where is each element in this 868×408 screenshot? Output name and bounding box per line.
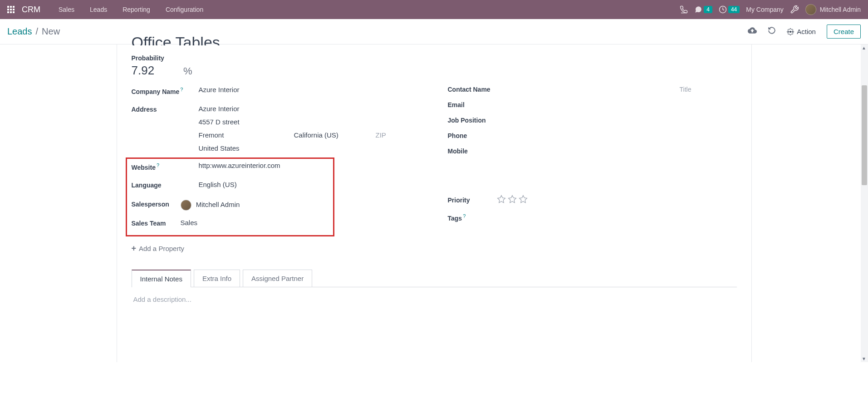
address-city[interactable]: Fremont — [199, 131, 271, 139]
website-label: Website? — [132, 162, 199, 171]
company-name-field[interactable]: Azure Interior — [199, 86, 421, 93]
star-1-icon[interactable] — [497, 195, 506, 205]
actions-right: Action Create — [748, 25, 861, 39]
nav-left: CRM Sales Leads Reporting Configuration — [7, 5, 210, 15]
priority-label: Priority — [448, 197, 497, 204]
company-selector[interactable]: My Company — [746, 6, 783, 13]
form-right-column: Contact Name Title Email Job Position Ph… — [448, 86, 737, 253]
language-label: Language — [132, 181, 199, 189]
address-zip[interactable]: ZIP — [376, 131, 386, 139]
language-field[interactable]: English (US) — [199, 181, 329, 188]
debug-icon[interactable] — [790, 5, 799, 14]
user-name: Mitchell Admin — [820, 6, 861, 13]
scroll-down-icon[interactable]: ▼ — [862, 356, 866, 361]
form-sheet: Office Tables Probability 7.92 % Company… — [117, 44, 752, 362]
activities-badge: 44 — [728, 6, 740, 13]
address-line1[interactable]: Azure Interior — [199, 105, 421, 113]
tab-extra-info[interactable]: Extra Info — [194, 270, 240, 287]
nav-sales[interactable]: Sales — [52, 6, 81, 13]
highlighted-region: Website? http:www.azureinterior.com Lang… — [126, 157, 334, 236]
company-name-label: Company Name? — [132, 86, 199, 95]
discard-icon[interactable] — [768, 26, 776, 37]
phone-icon[interactable] — [680, 5, 688, 14]
svg-marker-5 — [519, 196, 527, 203]
messages-icon[interactable]: 4 — [694, 5, 712, 14]
address-country[interactable]: United States — [199, 144, 421, 152]
breadcrumb-separator: / — [36, 26, 39, 37]
address-label: Address — [132, 105, 199, 113]
address-line2[interactable]: 4557 D street — [199, 118, 421, 126]
action-dropdown[interactable]: Action — [787, 28, 816, 35]
salesperson-avatar-icon — [181, 200, 191, 211]
breadcrumb: Leads / New — [7, 26, 60, 37]
svg-marker-4 — [508, 196, 516, 203]
user-menu[interactable]: Mitchell Admin — [805, 4, 861, 15]
nav-leads[interactable]: Leads — [83, 6, 113, 13]
phone-label: Phone — [448, 132, 497, 139]
job-position-label: Job Position — [448, 117, 497, 124]
probability-value[interactable]: 7.92 — [132, 64, 182, 78]
address-state[interactable]: California (US) — [294, 131, 353, 139]
apps-icon[interactable] — [7, 6, 15, 13]
app-brand[interactable]: CRM — [22, 5, 40, 15]
tab-content: Add a description... — [132, 287, 737, 311]
address-fields[interactable]: Azure Interior 4557 D street Fremont Cal… — [199, 105, 421, 152]
scroll-up-icon[interactable]: ▲ — [862, 45, 866, 50]
title-field[interactable]: Title — [680, 86, 737, 93]
star-3-icon[interactable] — [519, 195, 528, 205]
description-field[interactable]: Add a description... — [133, 295, 735, 303]
create-button[interactable]: Create — [827, 25, 861, 39]
tab-internal-notes[interactable]: Internal Notes — [132, 270, 191, 287]
priority-stars[interactable] — [497, 195, 528, 205]
star-2-icon[interactable] — [508, 195, 517, 205]
probability-section: Probability 7.92 % — [132, 54, 737, 78]
website-field[interactable]: http:www.azureinterior.com — [199, 162, 329, 169]
cloud-save-icon[interactable] — [748, 26, 757, 37]
form-left-column: Company Name? Azure Interior Address Azu… — [132, 86, 421, 253]
nav-right: 4 44 My Company Mitchell Admin — [680, 4, 861, 15]
sales-team-field[interactable]: Sales — [181, 219, 329, 226]
nav-configuration[interactable]: Configuration — [159, 6, 210, 13]
record-title[interactable]: Office Tables — [132, 34, 737, 45]
svg-marker-3 — [497, 196, 505, 203]
breadcrumb-current: New — [42, 26, 60, 37]
tags-label: Tags? — [448, 213, 497, 222]
mobile-label: Mobile — [448, 147, 497, 155]
user-avatar-icon — [805, 4, 816, 15]
main-content: Office Tables Probability 7.92 % Company… — [0, 44, 868, 362]
email-label: Email — [448, 101, 497, 108]
breadcrumb-leads[interactable]: Leads — [7, 26, 32, 37]
add-property-button[interactable]: + Add a Property — [132, 244, 421, 253]
nav-reporting[interactable]: Reporting — [116, 6, 157, 13]
scrollbar[interactable]: ▲ ▼ — [861, 44, 868, 362]
contact-name-label: Contact Name — [448, 86, 497, 93]
form-grid: Company Name? Azure Interior Address Azu… — [132, 86, 737, 253]
probability-label: Probability — [132, 54, 737, 62]
salesperson-field[interactable]: Mitchell Admin — [181, 200, 329, 211]
top-navigation: CRM Sales Leads Reporting Configuration … — [0, 0, 868, 19]
messages-badge: 4 — [704, 6, 712, 13]
scroll-thumb[interactable] — [862, 85, 867, 185]
plus-icon: + — [132, 244, 137, 253]
svg-point-2 — [790, 31, 791, 33]
activities-icon[interactable]: 44 — [719, 5, 740, 14]
percent-symbol: % — [183, 65, 192, 77]
tab-assigned-partner[interactable]: Assigned Partner — [243, 270, 312, 287]
notebook-tabs: Internal Notes Extra Info Assigned Partn… — [132, 270, 737, 287]
